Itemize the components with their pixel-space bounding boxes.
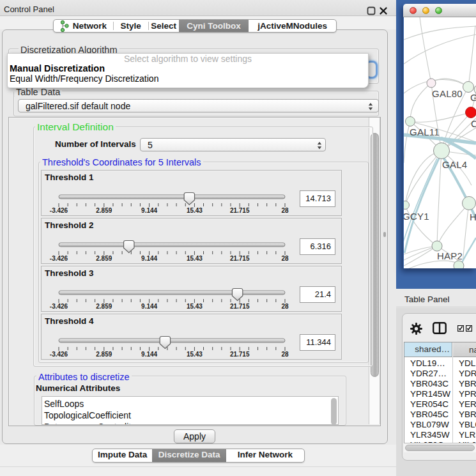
svg-text:9.144: 9.144 [141, 303, 157, 310]
svg-text:9.144: 9.144 [141, 255, 157, 262]
svg-text:-3.426: -3.426 [50, 303, 68, 310]
svg-text:21.715: 21.715 [230, 207, 250, 214]
svg-text:15.43: 15.43 [187, 351, 203, 358]
svg-text:2.859: 2.859 [96, 351, 112, 358]
svg-text:HA: HA [470, 211, 476, 222]
svg-text:GAL11: GAL11 [410, 127, 440, 137]
svg-text:28: 28 [281, 303, 289, 310]
svg-text:2.859: 2.859 [96, 207, 112, 214]
svg-text:21.715: 21.715 [230, 255, 250, 262]
svg-text:GCY1: GCY1 [404, 211, 429, 222]
svg-text:C: C [471, 118, 476, 129]
svg-text:2.859: 2.859 [96, 303, 112, 310]
svg-text:28: 28 [281, 207, 289, 214]
svg-text:15.43: 15.43 [187, 303, 203, 310]
svg-text:-3.426: -3.426 [50, 207, 68, 214]
svg-text:28: 28 [281, 255, 289, 262]
svg-text:15.43: 15.43 [187, 207, 203, 214]
svg-text:GA: GA [470, 92, 476, 103]
svg-text:28: 28 [281, 351, 289, 358]
svg-text:GAL80: GAL80 [432, 88, 463, 99]
svg-text:21.715: 21.715 [230, 303, 250, 310]
svg-text:2.859: 2.859 [96, 255, 112, 262]
svg-text:15.43: 15.43 [187, 255, 203, 262]
svg-text:HAP2: HAP2 [437, 250, 463, 261]
svg-text:-3.426: -3.426 [50, 351, 68, 358]
svg-text:GAL4: GAL4 [442, 159, 467, 170]
svg-text:9.144: 9.144 [141, 351, 157, 358]
svg-text:21.715: 21.715 [230, 351, 250, 358]
svg-text:-3.426: -3.426 [50, 255, 68, 262]
svg-text:9.144: 9.144 [141, 207, 157, 214]
